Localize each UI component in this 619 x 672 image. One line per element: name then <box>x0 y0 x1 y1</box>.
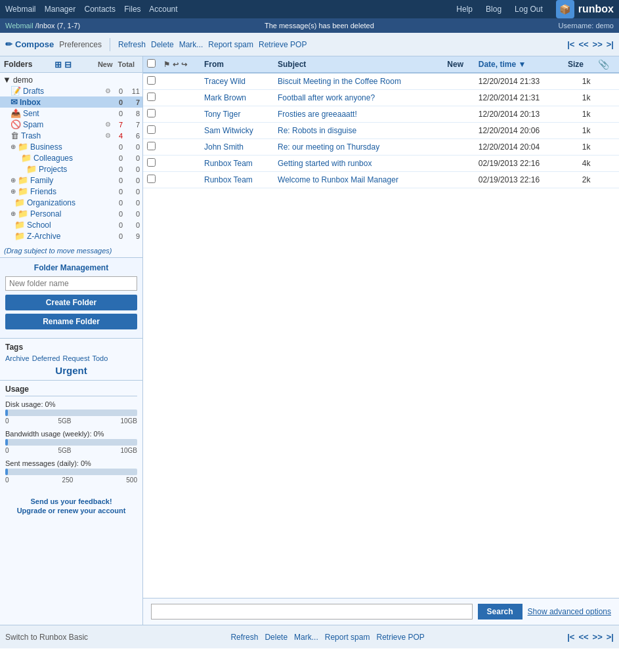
col-size-header[interactable]: Size <box>564 56 595 73</box>
folder-item-inbox[interactable]: ✉ Inbox 0 7 <box>0 96 142 108</box>
nav-webmail[interactable]: Webmail <box>5 5 35 14</box>
nav-first-button[interactable]: |< <box>567 39 574 49</box>
nav-manager[interactable]: Manager <box>45 5 75 14</box>
bottom-nav-last[interactable]: >| <box>607 632 614 642</box>
bottom-nav-next[interactable]: >> <box>593 632 603 642</box>
bottom-report-spam-button[interactable]: Report spam <box>325 633 370 642</box>
advanced-options-link[interactable]: Show advanced options <box>528 607 611 616</box>
preferences-button[interactable]: Preferences <box>59 40 102 49</box>
col-from-header[interactable]: From <box>200 56 274 73</box>
folder-item-school[interactable]: 📁 School 0 0 <box>0 219 142 230</box>
tag-request[interactable]: Request <box>62 354 89 362</box>
col-new-header[interactable]: New <box>443 56 474 73</box>
row-new <box>443 172 474 188</box>
folder-item-demo[interactable]: ▼ demo <box>0 74 142 85</box>
select-all-checkbox[interactable] <box>147 59 156 68</box>
nav-logout[interactable]: Log Out <box>515 5 543 14</box>
mark-button[interactable]: Mark... <box>179 40 203 49</box>
search-input[interactable] <box>151 604 473 620</box>
col-checkbox <box>143 56 160 73</box>
folder-item-spam[interactable]: 🚫 Spam ⚙ 7 7 <box>0 119 142 130</box>
rename-folder-button[interactable]: Rename Folder <box>5 314 137 329</box>
col-new-label: New <box>98 60 113 68</box>
report-spam-button[interactable]: Report spam <box>208 40 253 49</box>
row-select-checkbox[interactable] <box>147 175 156 183</box>
nav-blog[interactable]: Blog <box>486 5 502 14</box>
row-subject[interactable]: Frosties are greeaaatt! <box>274 106 443 123</box>
row-size: 1k <box>564 139 595 156</box>
folder-icon-expand[interactable]: ⊞ <box>54 60 62 70</box>
folder-item-z-archive[interactable]: 📁 Z-Archive 0 9 <box>0 230 142 242</box>
row-select-checkbox[interactable] <box>147 142 156 150</box>
row-subject[interactable]: Re: Robots in disguise <box>274 123 443 139</box>
col-subject-header[interactable]: Subject <box>274 56 443 73</box>
folder-item-business[interactable]: ⊕ 📁 Business 0 0 <box>0 141 142 152</box>
row-sender[interactable]: Sam Witwicky <box>200 123 274 139</box>
folder-item-personal[interactable]: ⊕ 📁 Personal 0 0 <box>0 208 142 219</box>
bottom-delete-button[interactable]: Delete <box>265 633 288 642</box>
row-select-checkbox[interactable] <box>147 158 156 167</box>
nav-files[interactable]: Files <box>124 5 140 14</box>
bottom-refresh-button[interactable]: Refresh <box>230 633 258 642</box>
folder-item-organizations[interactable]: 📁 Organizations 0 0 <box>0 197 142 208</box>
row-sender[interactable]: Runbox Team <box>200 172 274 188</box>
folder-item-drafts[interactable]: 📝 Drafts ⚙ 0 11 <box>0 85 142 96</box>
row-sender[interactable]: Tony Tiger <box>200 106 274 123</box>
col-attach-header: 📎 <box>594 56 619 73</box>
folder-item-trash[interactable]: 🗑 Trash ⚙ 4 6 <box>0 130 142 141</box>
row-flags <box>160 156 200 172</box>
row-select-checkbox[interactable] <box>147 76 156 85</box>
bandwidth-usage-scale: 0 5GB 10GB <box>5 447 137 454</box>
tag-todo[interactable]: Todo <box>92 354 108 362</box>
folder-item-sent[interactable]: 📤 Sent 0 8 <box>0 108 142 119</box>
nav-next-button[interactable]: >> <box>593 39 603 49</box>
retrieve-pop-button[interactable]: Retrieve POP <box>259 40 307 49</box>
switch-basic-button[interactable]: Switch to Runbox Basic <box>5 633 88 642</box>
folder-management-title: Folder Management <box>5 263 137 272</box>
row-select-checkbox[interactable] <box>147 93 156 101</box>
nav-help[interactable]: Help <box>456 5 473 14</box>
folder-item-family[interactable]: ⊕ 📁 Family 0 0 <box>0 175 142 186</box>
tag-deferred[interactable]: Deferred <box>32 354 60 362</box>
nav-prev-button[interactable]: << <box>578 39 588 49</box>
row-select-checkbox[interactable] <box>147 125 156 134</box>
row-subject[interactable]: Welcome to Runbox Mail Manager <box>274 172 443 188</box>
tag-urgent[interactable]: Urgent <box>55 365 87 376</box>
create-folder-button[interactable]: Create Folder <box>5 295 137 310</box>
nav-last-button[interactable]: >| <box>607 39 614 49</box>
row-subject[interactable]: Getting started with runbox <box>274 156 443 172</box>
row-subject[interactable]: Re: our meeting on Thursday <box>274 139 443 156</box>
breadcrumb-webmail[interactable]: Webmail <box>5 22 33 30</box>
row-sender[interactable]: Mark Brown <box>200 90 274 106</box>
email-table-header-row: ⚑ ↩ ↪ From Subject New Date, time ▼ Size… <box>143 56 619 73</box>
tag-archive[interactable]: Archive <box>5 354 30 362</box>
organizations-counts: 0 0 <box>111 199 140 207</box>
row-sender[interactable]: Tracey Wild <box>200 73 274 90</box>
row-sender[interactable]: Runbox Team <box>200 156 274 172</box>
nav-account[interactable]: Account <box>149 5 177 14</box>
col-date-header[interactable]: Date, time ▼ <box>475 56 564 73</box>
folder-item-projects[interactable]: 📁 Projects 0 0 <box>0 163 142 175</box>
col-flags[interactable]: ⚑ ↩ ↪ <box>160 56 200 73</box>
row-select-checkbox[interactable] <box>147 109 156 117</box>
bottom-retrieve-pop-button[interactable]: Retrieve POP <box>376 633 424 642</box>
folder-item-colleagues[interactable]: 📁 Colleagues 0 0 <box>0 152 142 163</box>
bandwidth-progress-fill <box>5 439 8 446</box>
row-subject[interactable]: Football after work anyone? <box>274 90 443 106</box>
bottom-nav-first[interactable]: |< <box>567 632 574 642</box>
row-checkbox <box>143 139 160 156</box>
compose-button[interactable]: ✏ Compose <box>5 39 54 49</box>
feedback-link[interactable]: Send us your feedback! Upgrade or renew … <box>17 497 126 514</box>
bottom-mark-button[interactable]: Mark... <box>294 633 318 642</box>
row-subject[interactable]: Biscuit Meeting in the Coffee Room <box>274 73 443 90</box>
folder-item-friends[interactable]: ⊕ 📁 Friends 0 0 <box>0 186 142 197</box>
folder-icon-collapse[interactable]: ⊟ <box>64 60 72 70</box>
nav-contacts[interactable]: Contacts <box>85 5 116 14</box>
search-button[interactable]: Search <box>478 604 523 620</box>
compose-icon: ✏ <box>5 39 12 49</box>
refresh-button[interactable]: Refresh <box>118 40 146 49</box>
new-folder-input[interactable] <box>5 276 137 291</box>
delete-button[interactable]: Delete <box>151 40 174 49</box>
row-sender[interactable]: John Smith <box>200 139 274 156</box>
bottom-nav-prev[interactable]: << <box>578 632 588 642</box>
